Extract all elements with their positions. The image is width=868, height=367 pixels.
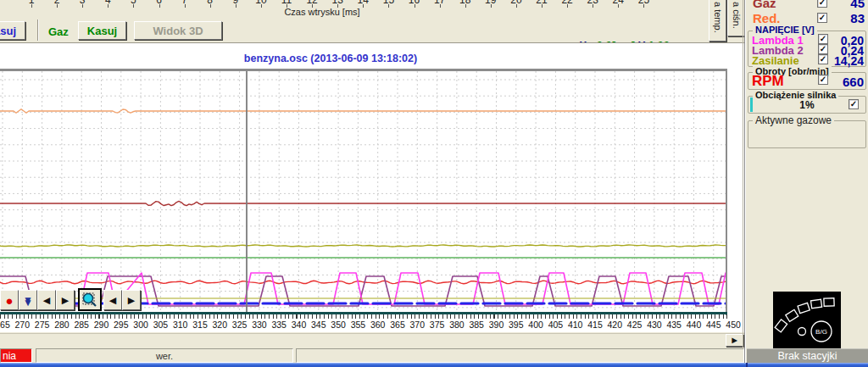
taskbar-edge xyxy=(0,363,868,367)
x-tick-label: 275 xyxy=(35,320,50,330)
panel-row-value: 83 xyxy=(850,11,865,25)
lambda2-checkbox[interactable]: ✓ xyxy=(818,44,828,54)
step-back-button[interactable]: ◀ xyxy=(37,290,56,310)
rpm-checkbox[interactable]: ✓ xyxy=(818,75,828,85)
obciazenie-groupbox: Obciążenie silnika 1% ✓ xyxy=(748,96,866,114)
x-tick-label: 430 xyxy=(647,320,662,330)
oscilloscope-svg xyxy=(0,71,726,312)
ignition-status-text: Brak stacyjki xyxy=(777,350,837,362)
gaz-toolbar-label[interactable]: Gaz xyxy=(48,25,69,38)
panel-row-value: 14,24 xyxy=(834,54,864,68)
x-tick-label: 445 xyxy=(706,320,721,330)
left-triangle-icon: ◀ xyxy=(109,295,116,306)
x-tick-label: 315 xyxy=(192,320,208,330)
x-tick-label: 370 xyxy=(410,320,426,330)
widok-3d-label: Widok 3D xyxy=(153,25,203,37)
ignition-status-bar: Brak stacyjki xyxy=(747,348,868,363)
x-tick-label: 365 xyxy=(390,320,405,330)
chart-h-scrollbar[interactable] xyxy=(0,333,744,348)
x-tick-label: 330 xyxy=(252,320,267,330)
x-tick-label: 345 xyxy=(311,320,326,330)
injection-time-ruler-label: Czas wtrysku [ms] xyxy=(0,7,644,17)
right-triangle-icon: ▶ xyxy=(128,295,135,306)
x-tick-label: 400 xyxy=(528,320,543,330)
x-tick-label: 305 xyxy=(153,320,169,330)
scrollbar-right-arrow[interactable]: ▶ xyxy=(726,334,743,347)
chart-right-border xyxy=(726,69,727,315)
x-tick-label: 435 xyxy=(666,320,682,330)
kasuj-button[interactable]: Kasuj xyxy=(78,21,126,40)
status-version-text: wer. xyxy=(156,351,173,361)
x-tick-label: 415 xyxy=(587,320,603,330)
lambda1-checkbox[interactable]: ✓ xyxy=(818,34,828,44)
load-checkbox[interactable]: ✓ xyxy=(849,99,859,109)
x-tick-label: 390 xyxy=(489,320,504,330)
x-tick-label: 320 xyxy=(213,320,228,330)
x-tick-label: 335 xyxy=(271,320,287,330)
gas-switch-icon: B/G xyxy=(773,292,841,348)
record-icon: ● xyxy=(5,293,13,308)
x-tick-label: 340 xyxy=(292,320,307,330)
aktywne-gazowe-title: Aktywne gazowe xyxy=(753,114,834,126)
panel-row-label: Zasilanie xyxy=(752,54,799,67)
double-down-icon: ▼ xyxy=(23,294,33,306)
x-tick-label: 380 xyxy=(449,320,465,330)
x-axis-labels: 2652702752802852902953003053103153203253… xyxy=(0,320,744,331)
status-segment-empty xyxy=(296,348,744,363)
x-tick-label: 295 xyxy=(114,320,129,330)
x-tick-label: 450 xyxy=(726,320,741,330)
tab-mapa-temp[interactable]: a temp. xyxy=(709,0,726,42)
x-tick-label: 325 xyxy=(232,320,248,330)
right-triangle-icon: ▶ xyxy=(62,295,69,306)
right-arrow-icon: ▶ xyxy=(732,336,737,344)
jump-down-button[interactable]: ▼ xyxy=(19,290,37,310)
gaz-checkbox[interactable]: ✓ xyxy=(817,0,827,8)
kasuj-label: Kasuj xyxy=(87,25,117,37)
x-tick-label: 360 xyxy=(370,320,386,330)
x-tick-label: 440 xyxy=(687,320,702,330)
x-tick-label: 355 xyxy=(351,320,366,330)
pan-forward-button[interactable]: ▶ xyxy=(122,290,141,310)
zasilanie-checkbox[interactable]: ✓ xyxy=(818,54,828,64)
x-axis-minor-ticks xyxy=(0,314,727,319)
panel-row-rpm: RPM ✓ 660 xyxy=(748,75,865,89)
zoom-tool-button[interactable] xyxy=(78,288,102,311)
tab-mapa-temp-label: a temp. xyxy=(713,2,723,33)
napiecie-groupbox: NAPIĘCIE [V] Lambda 1 ✓ 0,20 Lambda 2 ✓ … xyxy=(748,31,866,67)
device-icon-box: B/G xyxy=(773,292,841,348)
panel-row-zasilanie: Zasilanie ✓ 14,24 xyxy=(748,54,865,66)
status-alert-text: nia xyxy=(3,350,16,362)
taskbar-seam xyxy=(746,363,748,367)
x-tick-label: 285 xyxy=(74,320,89,330)
tab-mapa-cisn-label: a ciśn. xyxy=(732,2,742,29)
panel-row-value: 45 xyxy=(850,0,865,10)
kasuj-left-button[interactable]: asuj xyxy=(0,21,25,40)
pan-back-button[interactable]: ◀ xyxy=(103,290,122,310)
oscilloscope-plot[interactable] xyxy=(0,71,726,312)
panel-row-label: Gaz xyxy=(753,0,776,10)
widok-3d-button[interactable]: Widok 3D xyxy=(134,21,222,40)
record-button[interactable]: ● xyxy=(0,290,19,310)
x-tick-label: 300 xyxy=(133,320,148,330)
red-checkbox[interactable]: ✓ xyxy=(817,13,827,23)
aktywne-gazowe-groupbox: Aktywne gazowe xyxy=(748,120,866,148)
x-tick-label: 395 xyxy=(509,320,524,330)
zoom-magnifier-icon xyxy=(81,291,99,309)
toolbar-separator xyxy=(37,19,39,41)
x-tick-label: 425 xyxy=(627,320,643,330)
panel-row-gaz: Gaz ✓ 45 xyxy=(749,0,866,9)
window-frame-line xyxy=(743,0,743,348)
obroty-groupbox: Obroty [obr/min] RPM ✓ 660 xyxy=(748,72,866,90)
panel-row-label: Red. xyxy=(753,11,781,25)
panel-row-label: RPM xyxy=(752,73,784,90)
x-tick-label: 410 xyxy=(568,320,583,330)
x-tick-label: 265 xyxy=(0,320,10,330)
x-tick-label: 375 xyxy=(430,320,445,330)
panel-row-value: 660 xyxy=(843,75,864,89)
x-tick-label: 420 xyxy=(608,320,623,330)
bg-icon-label: B/G xyxy=(815,328,827,336)
kasuj-left-label: asuj xyxy=(0,25,16,37)
x-tick-label: 280 xyxy=(54,320,70,330)
step-forward-button[interactable]: ▶ xyxy=(56,290,75,310)
x-tick-label: 385 xyxy=(469,320,484,330)
